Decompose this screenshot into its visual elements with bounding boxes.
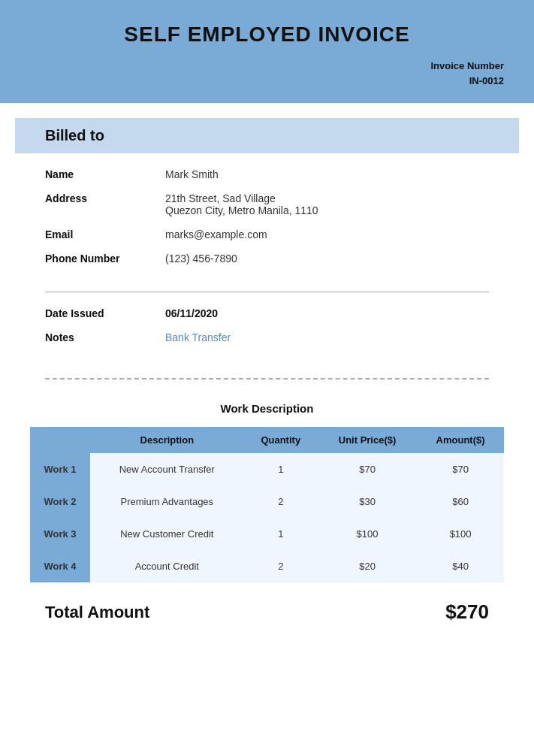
work-description-1: New Account Transfer [90, 453, 244, 485]
invoice-number-value: IN-0012 [469, 75, 504, 86]
table-row: Work 3 New Customer Credit 1 $100 $100 [30, 518, 504, 550]
work-description-section: Work Description Description Quantity Un… [0, 402, 534, 582]
work-unit-price-4: $20 [318, 550, 417, 582]
work-label-2: Work 2 [30, 485, 90, 518]
col-header-description: Description [90, 427, 244, 453]
date-label: Date Issued [45, 307, 165, 319]
billed-to-bar: Billed to [15, 118, 519, 153]
notes-label: Notes [45, 331, 165, 343]
billing-info: Name Mark Smith Address 21th Street, Sad… [0, 153, 534, 284]
billed-to-title: Billed to [45, 127, 489, 144]
phone-row: Phone Number (123) 456-7890 [45, 253, 489, 265]
work-unit-price-2: $30 [318, 485, 417, 518]
work-quantity-3: 1 [244, 518, 318, 550]
phone-value: (123) 456-7890 [165, 253, 237, 265]
email-value: marks@example.com [165, 228, 267, 240]
invoice-number-label: Invoice Number [430, 60, 504, 71]
email-label: Email [45, 228, 165, 240]
work-amount-1: $70 [417, 453, 504, 485]
work-amount-4: $40 [417, 550, 504, 582]
table-header-row: Description Quantity Unit Price($) Amoun… [30, 427, 504, 453]
date-row: Date Issued 06/11/2020 [45, 307, 489, 319]
address-value: 21th Street, Sad Village Quezon City, Me… [165, 192, 318, 216]
work-label-1: Work 1 [30, 453, 90, 485]
work-table: Description Quantity Unit Price($) Amoun… [30, 427, 504, 582]
header: SELF EMPLOYED INVOICE Invoice Number IN-… [0, 0, 534, 103]
work-description-2: Premium Advantages [90, 485, 244, 518]
address-label: Address [45, 192, 165, 204]
work-unit-price-1: $70 [318, 453, 417, 485]
total-row: Total Amount $270 [0, 582, 534, 646]
col-header-empty [30, 427, 90, 453]
name-label: Name [45, 168, 165, 180]
table-row: Work 4 Account Credit 2 $20 $40 [30, 550, 504, 582]
address-line2: Quezon City, Metro Manila, 1110 [165, 204, 318, 216]
work-description-4: Account Credit [90, 550, 244, 582]
work-unit-price-3: $100 [318, 518, 417, 550]
phone-label: Phone Number [45, 253, 165, 265]
total-amount: $270 [445, 600, 489, 624]
work-quantity-2: 2 [244, 485, 318, 518]
work-amount-2: $60 [417, 485, 504, 518]
work-quantity-4: 2 [244, 550, 318, 582]
work-label-4: Work 4 [30, 550, 90, 582]
work-quantity-1: 1 [244, 453, 318, 485]
date-notes-block: Date Issued 06/11/2020 Notes Bank Transf… [0, 307, 534, 363]
total-label: Total Amount [45, 603, 149, 622]
address-line1: 21th Street, Sad Village [165, 192, 276, 204]
work-description-title: Work Description [30, 402, 504, 415]
col-header-unit-price: Unit Price($) [318, 427, 417, 453]
work-description-3: New Customer Credit [90, 518, 244, 550]
notes-value: Bank Transfer [165, 331, 231, 343]
divider [45, 292, 489, 292]
col-header-amount: Amount($) [417, 427, 504, 453]
email-row: Email marks@example.com [45, 228, 489, 240]
notes-row: Notes Bank Transfer [45, 331, 489, 343]
date-value: 06/11/2020 [165, 307, 218, 319]
col-header-quantity: Quantity [244, 427, 318, 453]
work-label-3: Work 3 [30, 518, 90, 550]
dashed-divider [45, 378, 489, 380]
table-row: Work 1 New Account Transfer 1 $70 $70 [30, 453, 504, 485]
name-row: Name Mark Smith [45, 168, 489, 180]
invoice-title: SELF EMPLOYED INVOICE [30, 23, 504, 47]
work-amount-3: $100 [417, 518, 504, 550]
name-value: Mark Smith [165, 168, 219, 180]
address-row: Address 21th Street, Sad Village Quezon … [45, 192, 489, 216]
invoice-number-block: Invoice Number IN-0012 [30, 59, 504, 88]
table-row: Work 2 Premium Advantages 2 $30 $60 [30, 485, 504, 518]
